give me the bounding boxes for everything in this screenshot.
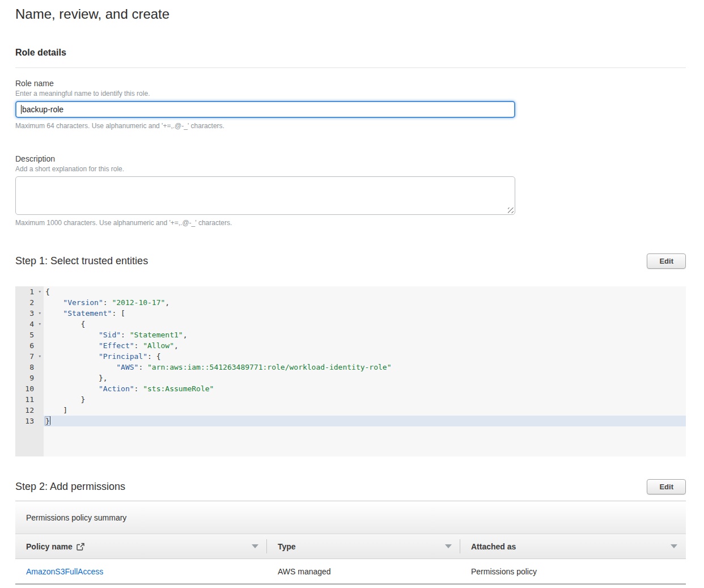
- line-number: 9: [15, 373, 44, 383]
- code-line[interactable]: {: [44, 286, 686, 297]
- code-line[interactable]: "AWS": "arn:aws:iam::541263489771:role/w…: [44, 362, 686, 373]
- description-textarea[interactable]: [15, 176, 515, 215]
- sort-filter-icon[interactable]: [671, 544, 677, 548]
- column-header-policy-name[interactable]: Policy name: [15, 534, 267, 559]
- editor-code-area[interactable]: { "Version": "2012-10-17", "Statement": …: [44, 286, 686, 456]
- line-number: 2: [15, 297, 44, 308]
- role-name-input[interactable]: backup-role: [15, 101, 515, 118]
- line-number: 6: [15, 340, 44, 351]
- column-header-type[interactable]: Type: [267, 534, 460, 559]
- code-line[interactable]: ]: [44, 405, 686, 416]
- fold-arrow-icon[interactable]: ▾: [39, 319, 41, 329]
- description-label: Description: [15, 154, 686, 163]
- code-line[interactable]: }: [44, 394, 686, 405]
- code-line[interactable]: "Principal": {: [44, 351, 686, 362]
- line-number: 5: [15, 329, 44, 340]
- role-details-heading: Role details: [15, 48, 686, 58]
- permissions-panel: Permissions policy summary Policy nameTy…: [15, 501, 686, 585]
- line-number: 4▾: [15, 319, 44, 329]
- table-body: AmazonS3FullAccessAWS managedPermissions…: [15, 559, 686, 585]
- column-header-attached-as[interactable]: Attached as: [460, 534, 686, 559]
- description-help: Add a short explanation for this role.: [15, 165, 686, 173]
- step2-title: Step 2: Add permissions: [15, 481, 125, 493]
- line-number: 12: [15, 405, 44, 416]
- sort-filter-icon[interactable]: [252, 544, 258, 548]
- permissions-panel-title: Permissions policy summary: [15, 501, 686, 534]
- table-header: Policy nameTypeAttached as: [15, 534, 686, 559]
- line-number: 8: [15, 362, 44, 373]
- step2-header-row: Step 2: Add permissions Edit: [15, 479, 686, 494]
- role-name-note: Maximum 64 characters. Use alphanumeric …: [15, 122, 686, 130]
- step1-title: Step 1: Select trusted entities: [15, 255, 148, 267]
- role-name-help: Enter a meaningful name to identify this…: [15, 90, 686, 98]
- line-number: 1▾: [15, 286, 44, 297]
- trust-policy-editor[interactable]: 1▾23▾4▾567▾8910111213 { "Version": "2012…: [15, 286, 686, 456]
- code-line[interactable]: {: [44, 319, 686, 329]
- fold-arrow-icon[interactable]: ▾: [39, 286, 41, 297]
- divider: [15, 67, 686, 68]
- code-line[interactable]: "Statement": [: [44, 308, 686, 319]
- line-number: 3▾: [15, 308, 44, 319]
- fold-arrow-icon[interactable]: ▾: [39, 351, 41, 362]
- step2-edit-button[interactable]: Edit: [647, 479, 686, 494]
- code-line[interactable]: "Effect": "Allow",: [44, 340, 686, 351]
- editor-cursor: [50, 416, 50, 425]
- role-name-value: backup-role: [22, 105, 63, 114]
- main-content: Name, review, and create Role details Ro…: [0, 0, 704, 585]
- step1-edit-button[interactable]: Edit: [647, 253, 686, 269]
- sort-filter-icon[interactable]: [445, 544, 452, 548]
- line-number: 7▾: [15, 351, 44, 362]
- column-header-label: Type: [278, 542, 296, 551]
- table-row: AmazonS3FullAccessAWS managedPermissions…: [15, 559, 686, 585]
- page-title: Name, review, and create: [15, 6, 686, 23]
- attached-as-cell: Permissions policy: [460, 559, 686, 583]
- description-note: Maximum 1000 characters. Use alphanumeri…: [15, 219, 686, 227]
- column-header-label: Attached as: [471, 542, 516, 551]
- text-cursor: [21, 105, 22, 114]
- line-number: 13: [15, 416, 44, 426]
- column-header-label: Policy name: [26, 542, 73, 551]
- code-line[interactable]: }: [44, 416, 686, 426]
- resize-handle-icon[interactable]: [508, 208, 514, 213]
- code-line[interactable]: },: [44, 373, 686, 383]
- policy-type-cell: AWS managed: [267, 559, 460, 583]
- step1-header-row: Step 1: Select trusted entities Edit: [15, 253, 686, 269]
- editor-gutter: 1▾23▾4▾567▾8910111213: [15, 286, 44, 456]
- role-name-label: Role name: [15, 79, 686, 88]
- fold-arrow-icon[interactable]: ▾: [39, 308, 41, 319]
- line-number: 10: [15, 383, 44, 394]
- external-link-icon[interactable]: [77, 543, 84, 551]
- line-number: 11: [15, 394, 44, 405]
- policy-name-link[interactable]: AmazonS3FullAccess: [26, 567, 103, 576]
- code-line[interactable]: "Action": "sts:AssumeRole": [44, 383, 686, 394]
- code-line[interactable]: "Sid": "Statement1",: [44, 329, 686, 340]
- code-line[interactable]: "Version": "2012-10-17",: [44, 297, 686, 308]
